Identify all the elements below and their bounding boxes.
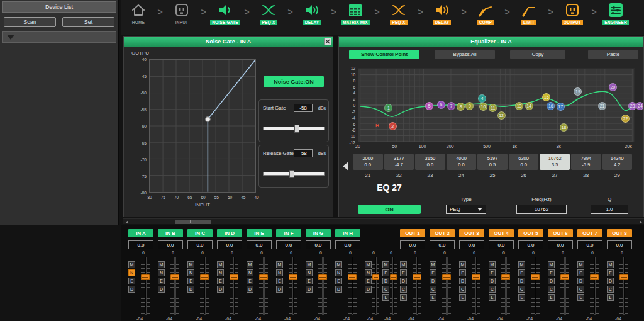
eq-band-cell-27[interactable]: 107623.5: [540, 154, 570, 170]
freq-field[interactable]: 10762: [516, 205, 567, 214]
eq-point-18[interactable]: 18: [560, 123, 568, 132]
channel-button-e[interactable]: E: [577, 269, 584, 276]
eq-band-cell-29[interactable]: 143404.2: [602, 154, 633, 170]
channel-button-n[interactable]: N: [306, 269, 313, 276]
channel-button-d[interactable]: D: [548, 278, 555, 284]
channel-button-d[interactable]: D: [577, 278, 584, 284]
eq-band-cell-24[interactable]: 40000.0: [447, 154, 477, 170]
noise-gate-toggle-button[interactable]: Noise Gate:ON: [264, 76, 324, 87]
slider-handle[interactable]: [289, 170, 294, 178]
eq-band-cell-28[interactable]: 7994-5.9: [571, 154, 601, 170]
channel-button-d[interactable]: D: [187, 286, 194, 293]
scan-button[interactable]: Scan: [4, 17, 56, 27]
eq-point-6[interactable]: 6: [437, 101, 445, 109]
channel-label[interactable]: IN B: [158, 229, 183, 237]
channel-button-l[interactable]: L: [548, 294, 555, 301]
channel-button-e[interactable]: E: [128, 278, 135, 284]
channel-button-e[interactable]: E: [430, 269, 436, 276]
channel-button-m[interactable]: M: [607, 261, 614, 268]
channel-label[interactable]: OUT 3: [459, 229, 484, 237]
channel-gain-value[interactable]: 0.0: [128, 240, 153, 249]
channel-button-d[interactable]: D: [430, 278, 436, 284]
fader-handle[interactable]: [318, 274, 327, 280]
copy-button[interactable]: Copy: [510, 50, 565, 59]
eq-hp-marker[interactable]: H: [375, 123, 379, 128]
channel-button-m[interactable]: M: [306, 261, 313, 268]
volume-fader[interactable]: [590, 257, 599, 315]
volume-fader[interactable]: [413, 257, 421, 315]
channel-button-d[interactable]: D: [607, 278, 614, 284]
channel-button-n[interactable]: N: [158, 269, 165, 276]
fader-handle[interactable]: [501, 274, 510, 280]
fader-handle[interactable]: [560, 274, 569, 280]
eq-point-20[interactable]: 20: [609, 83, 617, 91]
release-gate-slider[interactable]: [263, 172, 325, 176]
channel-button-e[interactable]: E: [187, 278, 194, 284]
channel-label[interactable]: OUT 2: [430, 229, 455, 237]
channel-label[interactable]: OUT 5: [518, 229, 543, 237]
eq-point-4[interactable]: 4: [478, 94, 486, 103]
toolbar-item-peq-x[interactable]: PEQ-X: [381, 1, 416, 25]
volume-fader[interactable]: [501, 257, 510, 315]
eq-point-22[interactable]: 22: [621, 115, 630, 123]
type-dropdown[interactable]: PEQ: [446, 205, 486, 214]
volume-fader[interactable]: [200, 257, 209, 315]
channel-button-n[interactable]: N: [128, 269, 135, 276]
channel-button-d[interactable]: D: [128, 286, 135, 293]
channel-label[interactable]: OUT 8: [607, 229, 632, 237]
channel-button-e[interactable]: E: [382, 269, 389, 276]
channel-button-e[interactable]: E: [400, 269, 407, 276]
channel-button-c[interactable]: C: [459, 286, 466, 293]
channel-button-l[interactable]: L: [382, 294, 389, 301]
channel-button-n[interactable]: N: [276, 269, 283, 276]
fader-handle[interactable]: [413, 274, 421, 280]
volume-fader[interactable]: [289, 257, 297, 315]
channel-button-n[interactable]: N: [365, 269, 372, 276]
paste-button[interactable]: Paste: [588, 50, 638, 59]
channel-gain-value[interactable]: 0.0: [459, 240, 484, 249]
channel-button-e[interactable]: E: [459, 269, 466, 276]
channel-button-n[interactable]: N: [335, 269, 342, 276]
channel-button-m[interactable]: M: [577, 261, 584, 268]
channel-label[interactable]: OUT 1: [400, 229, 425, 237]
fader-handle[interactable]: [230, 274, 238, 280]
fader-handle[interactable]: [390, 274, 397, 280]
fader-handle[interactable]: [170, 274, 179, 280]
channel-button-d[interactable]: D: [306, 286, 313, 293]
fader-handle[interactable]: [472, 274, 480, 280]
toolbar-item-comp[interactable]: COMP: [468, 1, 503, 25]
eq-band-cell-25[interactable]: 51970.5: [477, 154, 508, 170]
channel-button-m[interactable]: M: [276, 261, 283, 268]
eq-point-14[interactable]: 14: [525, 102, 533, 110]
channel-gain-value[interactable]: 0.0: [577, 240, 602, 249]
volume-fader[interactable]: [390, 257, 397, 315]
toolbar-item-peq-x[interactable]: PEQ-X: [251, 1, 286, 25]
eq-band-cell-22[interactable]: 3177-4.7: [384, 154, 414, 170]
channel-button-d[interactable]: D: [400, 278, 407, 284]
channel-button-e[interactable]: E: [548, 269, 555, 276]
start-gate-value[interactable]: -58: [294, 104, 313, 112]
channel-button-m[interactable]: M: [247, 261, 253, 268]
channel-button-d[interactable]: D: [489, 278, 496, 284]
channel-label[interactable]: OUT 7: [577, 229, 602, 237]
channel-gain-value[interactable]: 0.0: [518, 240, 543, 249]
volume-fader[interactable]: [372, 257, 379, 315]
channel-button-c[interactable]: C: [400, 286, 407, 293]
channel-button-d[interactable]: D: [276, 286, 283, 293]
band-on-button[interactable]: ON: [358, 205, 421, 214]
channel-button-e[interactable]: E: [306, 278, 313, 284]
eq-band-cell-21[interactable]: 20000.0: [353, 154, 383, 170]
channel-button-d[interactable]: D: [382, 278, 389, 284]
channel-button-n[interactable]: N: [187, 269, 194, 276]
channel-button-c[interactable]: C: [518, 286, 525, 293]
toolbar-item-input[interactable]: INPUT: [164, 1, 199, 25]
channel-button-m[interactable]: M: [365, 261, 372, 268]
channel-button-l[interactable]: L: [400, 294, 407, 301]
channel-gain-value[interactable]: 0.0: [247, 240, 272, 249]
channel-button-e[interactable]: E: [518, 269, 525, 276]
channel-gain-value[interactable]: 0.0: [158, 240, 183, 249]
noise-gate-graph[interactable]: [149, 59, 256, 193]
channel-label[interactable]: IN E: [247, 229, 272, 237]
device-tree-toggle[interactable]: [2, 31, 116, 43]
toolbar-item-matrix-mix[interactable]: MATRIX MIX: [338, 1, 373, 25]
